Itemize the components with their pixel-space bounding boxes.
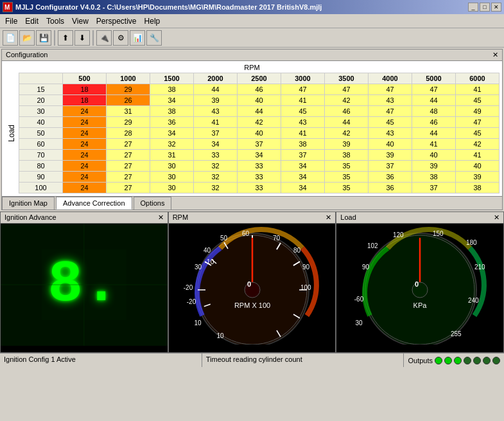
- table-cell[interactable]: 48: [412, 106, 456, 117]
- table-cell[interactable]: 35: [325, 183, 369, 193]
- table-cell[interactable]: 33: [194, 150, 238, 161]
- table-cell[interactable]: 41: [456, 84, 500, 95]
- table-cell[interactable]: 30: [150, 172, 194, 183]
- table-cell[interactable]: 34: [281, 161, 325, 172]
- table-cell[interactable]: 44: [325, 117, 369, 128]
- maximize-button[interactable]: □: [480, 3, 490, 12]
- table-cell[interactable]: 39: [194, 95, 238, 106]
- table-cell[interactable]: 35: [325, 172, 369, 183]
- table-cell[interactable]: 38: [412, 172, 456, 183]
- table-cell[interactable]: 24: [63, 117, 107, 128]
- table-cell[interactable]: 35: [325, 161, 369, 172]
- table-cell[interactable]: 39: [456, 172, 500, 183]
- table-cell[interactable]: 24: [63, 139, 107, 150]
- table-cell[interactable]: 38: [150, 106, 194, 117]
- table-cell[interactable]: 37: [369, 161, 412, 172]
- table-cell[interactable]: 18: [63, 95, 107, 106]
- table-cell[interactable]: 27: [107, 161, 150, 172]
- table-cell[interactable]: 46: [325, 106, 369, 117]
- table-cell[interactable]: 27: [107, 183, 150, 193]
- table-cell[interactable]: 33: [238, 172, 281, 183]
- table-cell[interactable]: 36: [150, 117, 194, 128]
- toolbar-connect[interactable]: 🔌: [96, 30, 112, 46]
- menu-edit[interactable]: Edit: [21, 15, 42, 27]
- table-cell[interactable]: 42: [325, 95, 369, 106]
- table-cell[interactable]: 40: [412, 150, 456, 161]
- toolbar-settings[interactable]: ⚙: [113, 30, 128, 46]
- table-cell[interactable]: 47: [325, 84, 369, 95]
- close-button[interactable]: ✕: [491, 3, 501, 12]
- tab-ignition-map[interactable]: Ignition Map: [2, 197, 55, 210]
- table-cell[interactable]: 27: [107, 150, 150, 161]
- menu-file[interactable]: File: [1, 15, 21, 27]
- table-cell[interactable]: 31: [150, 150, 194, 161]
- table-cell[interactable]: 41: [456, 150, 500, 161]
- table-cell[interactable]: 44: [238, 106, 281, 117]
- table-cell[interactable]: 39: [412, 161, 456, 172]
- table-cell[interactable]: 43: [281, 117, 325, 128]
- table-cell[interactable]: 44: [412, 128, 456, 139]
- table-cell[interactable]: 31: [107, 106, 150, 117]
- table-cell[interactable]: 27: [107, 139, 150, 150]
- table-cell[interactable]: 24: [63, 161, 107, 172]
- table-cell[interactable]: 42: [456, 139, 500, 150]
- table-cell[interactable]: 37: [194, 128, 238, 139]
- toolbar-chart[interactable]: 📊: [130, 30, 145, 46]
- menu-help[interactable]: Help: [141, 15, 164, 27]
- table-cell[interactable]: 44: [412, 95, 456, 106]
- table-cell[interactable]: 47: [281, 84, 325, 95]
- table-cell[interactable]: 41: [281, 128, 325, 139]
- minimize-button[interactable]: _: [468, 3, 478, 12]
- table-cell[interactable]: 43: [369, 128, 412, 139]
- table-cell[interactable]: 40: [238, 95, 281, 106]
- table-cell[interactable]: 40: [238, 128, 281, 139]
- menu-view[interactable]: View: [68, 15, 92, 27]
- table-cell[interactable]: 40: [456, 161, 500, 172]
- tab-advance-correction[interactable]: Advance Correction: [56, 197, 132, 210]
- table-cell[interactable]: 43: [194, 106, 238, 117]
- table-cell[interactable]: 41: [281, 95, 325, 106]
- table-cell[interactable]: 37: [238, 139, 281, 150]
- table-cell[interactable]: 45: [281, 106, 325, 117]
- toolbar-new[interactable]: 📄: [3, 30, 18, 46]
- table-cell[interactable]: 34: [194, 139, 238, 150]
- table-cell[interactable]: 32: [194, 183, 238, 193]
- table-cell[interactable]: 41: [194, 117, 238, 128]
- table-cell[interactable]: 39: [325, 139, 369, 150]
- table-cell[interactable]: 47: [369, 106, 412, 117]
- table-cell[interactable]: 34: [281, 183, 325, 193]
- table-cell[interactable]: 38: [281, 139, 325, 150]
- table-cell[interactable]: 45: [369, 117, 412, 128]
- ignition-advance-close[interactable]: ✕: [158, 213, 164, 222]
- table-cell[interactable]: 34: [238, 150, 281, 161]
- table-cell[interactable]: 24: [63, 150, 107, 161]
- toolbar-upload[interactable]: ⬆: [58, 30, 73, 46]
- table-cell[interactable]: 38: [456, 183, 500, 193]
- table-cell[interactable]: 37: [412, 183, 456, 193]
- toolbar-wrench[interactable]: 🔧: [146, 30, 162, 46]
- table-cell[interactable]: 36: [369, 183, 412, 193]
- table-cell[interactable]: 33: [238, 183, 281, 193]
- table-cell[interactable]: 41: [412, 139, 456, 150]
- load-close[interactable]: ✕: [494, 213, 500, 222]
- table-cell[interactable]: 47: [412, 84, 456, 95]
- table-cell[interactable]: 47: [369, 84, 412, 95]
- table-cell[interactable]: 42: [325, 128, 369, 139]
- table-cell[interactable]: 38: [325, 150, 369, 161]
- table-cell[interactable]: 30: [150, 183, 194, 193]
- table-cell[interactable]: 29: [107, 84, 150, 95]
- menu-perspective[interactable]: Perspective: [92, 15, 141, 27]
- table-cell[interactable]: 30: [150, 161, 194, 172]
- table-cell[interactable]: 49: [456, 106, 500, 117]
- toolbar-open[interactable]: 📂: [19, 30, 35, 46]
- table-cell[interactable]: 37: [281, 150, 325, 161]
- table-cell[interactable]: 24: [63, 172, 107, 183]
- table-cell[interactable]: 34: [150, 95, 194, 106]
- table-cell[interactable]: 36: [369, 172, 412, 183]
- table-cell[interactable]: 32: [194, 172, 238, 183]
- table-cell[interactable]: 24: [63, 183, 107, 193]
- table-cell[interactable]: 27: [107, 172, 150, 183]
- table-cell[interactable]: 46: [412, 117, 456, 128]
- table-cell[interactable]: 32: [150, 139, 194, 150]
- table-cell[interactable]: 47: [456, 117, 500, 128]
